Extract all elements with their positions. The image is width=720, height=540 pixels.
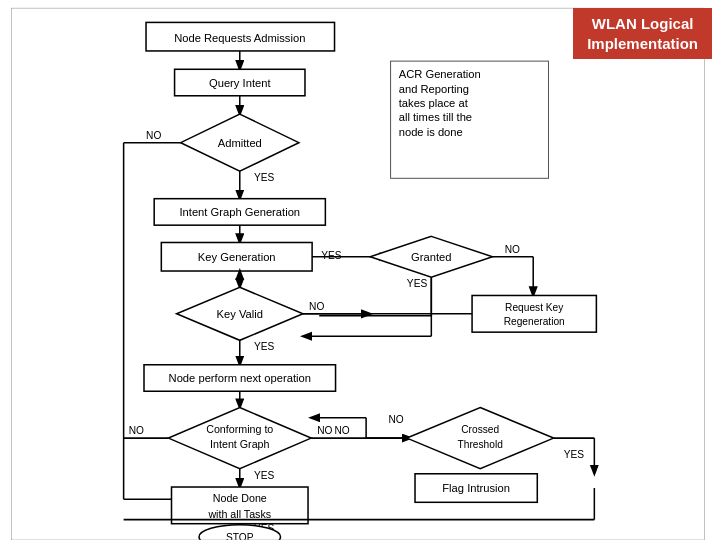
svg-text:Conforming to: Conforming to (206, 423, 273, 435)
svg-text:Intent Graph: Intent Graph (210, 438, 269, 450)
svg-text:Key Valid: Key Valid (217, 308, 263, 320)
svg-marker-67 (407, 408, 554, 469)
title-bar: WLAN Logical Implementation (573, 8, 712, 59)
svg-text:Node Done: Node Done (213, 492, 267, 504)
svg-text:YES: YES (564, 449, 585, 460)
svg-text:YES: YES (254, 341, 275, 352)
svg-text:NO: NO (146, 130, 161, 141)
svg-text:and Reporting: and Reporting (399, 83, 469, 95)
svg-text:with all Tasks: with all Tasks (207, 508, 271, 520)
svg-text:NO: NO (129, 425, 144, 436)
svg-text:Crossed: Crossed (461, 424, 499, 435)
svg-text:Node perform next operation: Node perform next operation (169, 372, 311, 384)
svg-text:Granted: Granted (411, 251, 451, 263)
slide: WLAN Logical Implementation ACR Generati… (0, 0, 720, 540)
title-line2: Implementation (587, 35, 698, 52)
svg-text:YES: YES (321, 250, 342, 261)
svg-text:Intent Graph Generation: Intent Graph Generation (179, 206, 300, 218)
svg-text:NO: NO (309, 301, 324, 312)
svg-text:ACR Generation: ACR Generation (399, 68, 481, 80)
svg-text:takes place at: takes place at (399, 97, 469, 109)
svg-text:node is done: node is done (399, 126, 463, 138)
svg-text:Request Key: Request Key (505, 302, 564, 313)
svg-text:NO: NO (505, 244, 520, 255)
svg-text:NO: NO (389, 414, 404, 425)
svg-rect-84 (12, 8, 705, 540)
svg-text:Flag Intrusion: Flag Intrusion (442, 482, 510, 494)
svg-text:Admitted: Admitted (218, 137, 262, 149)
svg-text:YES: YES (254, 470, 275, 481)
svg-text:Key Generation: Key Generation (198, 251, 276, 263)
svg-text:NO: NO (335, 425, 350, 436)
svg-text:Regeneration: Regeneration (504, 316, 565, 327)
svg-text:YES: YES (254, 172, 275, 183)
svg-text:all times till the: all times till the (399, 111, 472, 123)
svg-text:Node Requests Admission: Node Requests Admission (174, 32, 305, 44)
svg-text:Query Intent: Query Intent (209, 77, 271, 89)
svg-text:NO: NO (317, 425, 332, 436)
title-line1: WLAN Logical (592, 15, 694, 32)
svg-text:STOP: STOP (226, 532, 254, 540)
svg-text:YES: YES (407, 278, 428, 289)
svg-text:Threshold: Threshold (458, 439, 503, 450)
flowchart: ACR Generation and Reporting takes place… (0, 0, 720, 540)
